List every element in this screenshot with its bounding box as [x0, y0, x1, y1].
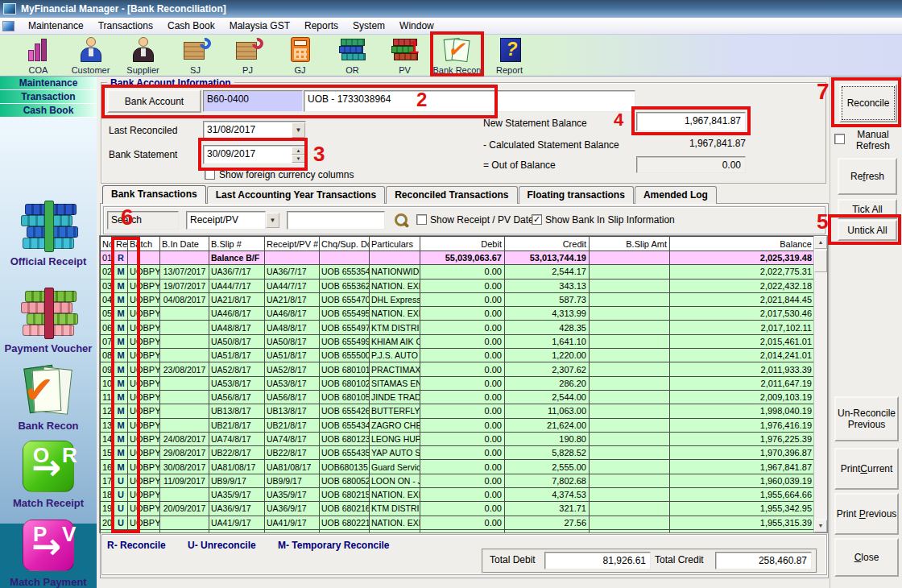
- show-bank-slip-checkbox[interactable]: [532, 214, 542, 225]
- sidebar-section-maintenance[interactable]: Maintenance: [0, 77, 97, 90]
- table-scrollbar[interactable]: ▲ ▼: [813, 236, 827, 532]
- toolbar-button-gj[interactable]: GJ: [274, 35, 326, 77]
- bank-account-code-field[interactable]: B60-0400: [203, 90, 303, 112]
- annotation-number-6: 6: [121, 205, 134, 230]
- manual-refresh-checkbox[interactable]: [834, 134, 845, 144]
- table-row[interactable]: 09MUOBPY23/08/2017UA52/8/17UA52/8/17UOB …: [101, 362, 815, 376]
- column-header-chq-sup-do[interactable]: Chq/Sup. Do: [320, 237, 370, 251]
- sidebar-item-official-receipt[interactable]: Official Receipt: [0, 199, 97, 267]
- cell-credit: 2,544.17: [505, 265, 590, 279]
- table-row[interactable]: 21UUOBPYUB15/9/17UB15/9/17UOB 680057VANT…: [101, 529, 815, 533]
- refresh-button[interactable]: Refresh: [838, 158, 897, 195]
- table-row[interactable]: 06MUOBPYUA48/8/17UA48/8/17UOB 655497KTM …: [101, 321, 815, 334]
- print-current-button[interactable]: Print Current: [834, 448, 899, 490]
- column-header-credit[interactable]: Credit: [505, 237, 590, 251]
- table-row[interactable]: 03MUOBPY19/07/2017UA44/7/17UA44/7/17UOB …: [101, 279, 815, 292]
- menu-item-malaysia-gst[interactable]: Malaysia GST: [222, 19, 297, 33]
- table-row[interactable]: 07MUOBPYUA50/8/17UA50/8/17UOB 655499KHIA…: [101, 334, 815, 348]
- tab-last-accounting-year-transactions[interactable]: Last Accounting Year Transactions: [207, 186, 385, 204]
- close-button[interactable]: Close: [834, 538, 899, 577]
- menu-item-reports[interactable]: Reports: [297, 19, 345, 33]
- show-receipt-pv-date-checkbox[interactable]: [416, 214, 427, 225]
- tab-floating-transactions[interactable]: Floating transactions: [519, 186, 634, 204]
- toolbar-button-customer[interactable]: Customer: [64, 35, 117, 77]
- column-header-b-in-date[interactable]: B.In Date: [160, 237, 209, 251]
- scroll-down-icon[interactable]: ▼: [814, 520, 827, 532]
- bank-account-button[interactable]: Bank Account: [107, 89, 201, 113]
- tab-reconciled-transactions[interactable]: Reconciled Transactions: [386, 186, 517, 204]
- sidebar-item-bank-recon[interactable]: Bank Recon: [0, 363, 97, 432]
- toolbar-button-sj[interactable]: SJ: [169, 35, 221, 77]
- last-reconciled-dropdown-icon[interactable]: ▼: [292, 122, 305, 138]
- menu-item-transactions[interactable]: Transactions: [91, 19, 160, 33]
- column-header-debit[interactable]: Debit: [420, 237, 505, 251]
- cell-bamt: [590, 334, 670, 348]
- column-header-receipt-pv[interactable]: Receipt/PV #: [265, 237, 320, 251]
- toolbar-button-coa[interactable]: COA: [12, 35, 64, 77]
- column-header-b-slip[interactable]: B.Slip #: [209, 237, 265, 251]
- column-header-b-slip-amt[interactable]: B.Slip Amt: [590, 237, 670, 251]
- sidebar-section-transaction[interactable]: Transaction: [0, 90, 97, 104]
- table-row[interactable]: 10MUOBPYUA53/8/17UA53/8/17UOB 680102SITA…: [101, 376, 815, 390]
- column-header-rec[interactable]: Rec: [114, 237, 128, 251]
- toolbar-button-report[interactable]: Report: [483, 35, 536, 77]
- table-row[interactable]: 02MUOBPY13/07/2017UA36/7/17UA36/7/17UOB …: [101, 265, 815, 279]
- new-statement-balance-field[interactable]: 1,967,841.87: [636, 112, 746, 131]
- tick-all-button[interactable]: Tick All: [838, 199, 897, 219]
- table-row[interactable]: 08MUOBPYUA51/8/17UA51/8/17UOB 655500P.J.…: [101, 349, 815, 362]
- reconcile-button[interactable]: Reconcile: [839, 84, 897, 122]
- search-input[interactable]: [287, 211, 385, 230]
- foreign-currency-checkbox[interactable]: [205, 169, 215, 180]
- column-header-balance[interactable]: Balance: [670, 237, 815, 251]
- sidebar-item-payment-voucher[interactable]: Payment Voucher: [0, 286, 97, 354]
- menu-item-window[interactable]: Window: [392, 19, 441, 33]
- table-row[interactable]: 13MUOBPYUB21/8/17UB21/8/17UOB 655434ZAGR…: [101, 418, 815, 432]
- table-row[interactable]: 16MUOBPY30/08/2017UA81/08/17UA81/08/17UO…: [101, 460, 815, 474]
- table-row[interactable]: 15MUOBPY29/08/2017UB22/8/17UB22/8/17UOB …: [101, 446, 815, 460]
- bank-account-name-field[interactable]: UOB - 1733038964: [304, 90, 635, 112]
- cell-batch: UOBPY: [128, 529, 160, 533]
- table-row[interactable]: 05MUOBPYUA46/8/17UA46/8/17UOB 655495NATI…: [101, 307, 815, 321]
- scroll-thumb[interactable]: [814, 250, 827, 272]
- table-row[interactable]: 17UUOBPY11/09/2017UB9/9/17UB9/9/17UOB 68…: [101, 474, 815, 487]
- table-row[interactable]: 01RBalance B/F55,039,063.6753,013,744.19…: [101, 251, 815, 265]
- menu-item-maintenance[interactable]: Maintenance: [21, 19, 91, 33]
- menu-item-cash-book[interactable]: Cash Book: [160, 19, 222, 33]
- table-row[interactable]: 18UUOBPYUA35/9/17UA35/9/17UOB 680215NATI…: [101, 488, 815, 502]
- toolbar-button-bank-recon[interactable]: Bank Recon: [431, 35, 483, 77]
- column-header-no[interactable]: No: [101, 237, 114, 251]
- table-row[interactable]: 12MUOBPYUB13/8/17UB13/8/17UOB 655426BUTT…: [101, 404, 815, 418]
- bank-statement-spin-down-icon[interactable]: ▼: [292, 155, 305, 163]
- column-header-particulars[interactable]: Particulars: [370, 237, 420, 251]
- toolbar-button-or[interactable]: OR: [326, 35, 379, 77]
- table-row[interactable]: 20UUOBPYUA41/9/17UA41/9/17UOB 680221NATI…: [101, 516, 815, 529]
- cell-date: [160, 529, 209, 533]
- table-row[interactable]: 19UUOBPY20/09/2017UA36/9/17UA36/9/17UOB …: [101, 502, 815, 516]
- cell-debit: 0.00: [420, 292, 505, 306]
- toolbar-button-pv[interactable]: PV: [379, 35, 431, 77]
- untick-all-button[interactable]: Untick All: [838, 220, 897, 241]
- bank-statement-spin-up-icon[interactable]: ▲: [292, 147, 305, 155]
- scroll-up-icon[interactable]: ▲: [814, 236, 827, 249]
- unreconcile-previous-button[interactable]: Un-Reconcile Previous: [834, 396, 899, 441]
- search-filter-select[interactable]: Receipt/PV: [186, 211, 266, 230]
- print-previous-button[interactable]: Print Previous: [834, 493, 899, 535]
- bank-statement-field[interactable]: 30/09/2017: [203, 145, 306, 164]
- cell-bal: 1,998,040.19: [670, 404, 815, 418]
- search-filter-dropdown-icon[interactable]: ▼: [266, 213, 279, 228]
- search-icon[interactable]: [392, 212, 410, 230]
- column-header-batch[interactable]: Batch: [128, 237, 160, 251]
- menu-item-system[interactable]: System: [345, 19, 392, 33]
- toolbar-button-supplier[interactable]: Supplier: [117, 35, 169, 77]
- table-row[interactable]: 14MUOBPY24/08/2017UA74/8/17UA74/8/17UOB …: [101, 432, 815, 445]
- sidebar-item-match-payment[interactable]: →PVMatch Payment: [0, 520, 97, 588]
- tab-amended-log[interactable]: Amended Log: [635, 186, 717, 204]
- tab-bank-transactions[interactable]: Bank Transactions: [102, 185, 206, 204]
- table-row[interactable]: 11MUOBPYUA56/8/17UA56/8/17UOB 680105JIND…: [101, 390, 815, 404]
- sidebar-item-match-receipt[interactable]: →ORMatch Receipt: [0, 441, 97, 509]
- toolbar-button-pj[interactable]: PJ: [221, 35, 274, 77]
- sidebar-section-cash-book[interactable]: Cash Book: [0, 104, 97, 118]
- table-row[interactable]: 04MUOBPY04/08/2017UA21/8/17UA21/8/17UOB …: [101, 292, 815, 306]
- sidebar-item-label: Match Receipt: [13, 497, 84, 509]
- last-reconciled-field[interactable]: 31/08/2017: [203, 121, 306, 139]
